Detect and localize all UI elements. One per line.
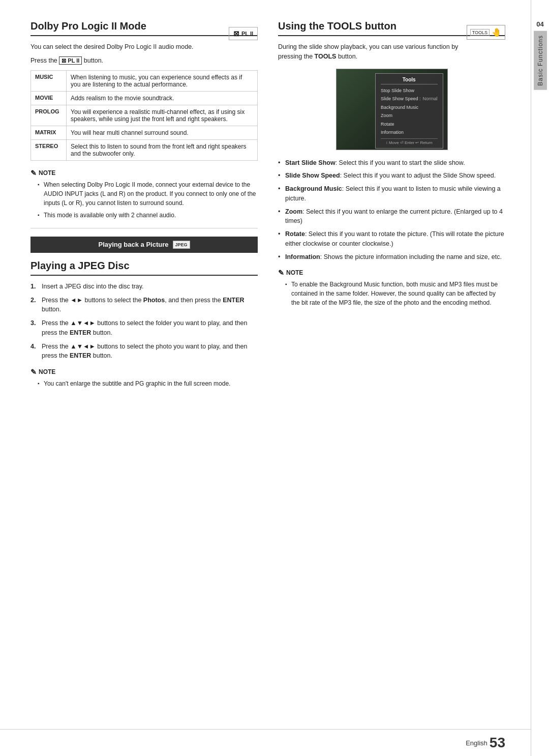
- mode-desc: Adds realism to the movie soundtrack.: [67, 91, 258, 105]
- jpeg-note-list: You can't enlarge the subtitle and PG gr…: [30, 379, 258, 388]
- tools-note-pencil-icon: ✎: [278, 269, 284, 277]
- tools-menu-item: Slide Show Speed :Normal: [381, 95, 438, 103]
- tools-bullet-list: Start Slide Show: Select this if you wan…: [278, 158, 505, 262]
- pl-button-image: ⊠ PL II: [229, 27, 258, 40]
- dolby-intro: You can select the desired Dolby Pro Log…: [30, 42, 258, 52]
- list-item: Zoom: Select this if you want to enlarge…: [278, 207, 505, 226]
- bullet-label: Rotate: [285, 230, 305, 238]
- list-item: Slide Show Speed: Select this if you wan…: [278, 171, 505, 181]
- table-row: MATRIXYou will hear multi channel surrou…: [31, 126, 258, 139]
- banner-text: Playing back a Picture: [98, 241, 168, 248]
- list-item: 2. Press the ◄► buttons to select the Ph…: [30, 296, 258, 315]
- jpeg-note-title: ✎ NOTE: [30, 368, 258, 376]
- chapter-label: Basic Functions: [534, 31, 547, 90]
- table-row: MOVIEAdds realism to the movie soundtrac…: [31, 91, 258, 105]
- dolby-note-title: ✎ NOTE: [30, 169, 258, 177]
- tools-button-image: TOOLS 🤚: [467, 25, 505, 40]
- list-item: 1. Insert a JPEG disc into the disc tray…: [30, 282, 258, 292]
- list-item: 4. Press the ▲▼◄► buttons to select the …: [30, 342, 258, 361]
- section-divider: [30, 228, 258, 228]
- jpeg-note-pencil-icon: ✎: [30, 368, 37, 376]
- tools-note-section: ✎ NOTE To enable the Background Music fu…: [278, 269, 505, 307]
- tools-menu-item: Zoom: [381, 111, 438, 120]
- page-container: Dolby Pro Logic II Mode ⊠ PL II You can …: [0, 0, 549, 756]
- bullet-text: : Select this if you want to start the s…: [336, 159, 465, 166]
- footer-bar: English 53: [0, 729, 531, 756]
- two-col-layout: Dolby Pro Logic II Mode ⊠ PL II You can …: [30, 20, 505, 395]
- tools-note-list: To enable the Background Music function,…: [278, 280, 505, 307]
- mode-desc: You will hear multi channel surround sou…: [67, 126, 258, 139]
- mode-desc: Select this to listen to sound from the …: [67, 139, 258, 160]
- tools-menu-overlay: Tools Stop Slide ShowSlide Show Speed :N…: [375, 73, 443, 149]
- tools-bold-label: TOOLS: [315, 53, 337, 60]
- tools-menu-item: Background Music: [381, 103, 438, 112]
- list-item: To enable the Background Music function,…: [285, 280, 505, 307]
- bullet-text: : Shows the picture information includin…: [320, 253, 502, 260]
- step-number: 1.: [30, 282, 36, 292]
- tools-screenshot: Tools Stop Slide ShowSlide Show Speed :N…: [336, 69, 448, 150]
- list-item: Start Slide Show: Select this if you wan…: [278, 158, 505, 168]
- bullet-label: Background Music: [285, 185, 342, 192]
- jpeg-title: Playing a JPEG Disc: [30, 260, 258, 276]
- mode-table: MUSICWhen listening to music, you can ex…: [30, 70, 258, 161]
- list-item: When selecting Dolby Pro Logic II mode, …: [38, 180, 258, 208]
- table-row: PROLOGYou will experience a realistic mu…: [31, 105, 258, 126]
- right-column: Using the TOOLS button TOOLS 🤚 During th…: [278, 20, 505, 395]
- tools-btn-graphic: TOOLS 🤚: [467, 25, 505, 40]
- bullet-label: Information: [285, 253, 320, 260]
- list-item: Information: Shows the picture informati…: [278, 252, 505, 262]
- pl-label: PL II: [241, 31, 253, 37]
- mode-name: MOVIE: [31, 91, 67, 105]
- playing-back-banner: Playing back a Picture JPEG: [30, 237, 258, 253]
- step-number: 2.: [30, 296, 36, 305]
- tools-label-small: TOOLS: [470, 29, 490, 36]
- table-row: MUSICWhen listening to music, you can ex…: [31, 70, 258, 91]
- note-pencil-icon: ✎: [30, 169, 37, 177]
- left-column: Dolby Pro Logic II Mode ⊠ PL II You can …: [30, 20, 258, 395]
- step-number: 3.: [30, 318, 36, 328]
- list-item: 3. Press the ▲▼◄► buttons to select the …: [30, 318, 258, 338]
- chapter-number: 04: [536, 20, 543, 28]
- bullet-label: Start Slide Show: [285, 159, 336, 166]
- mode-name: STEREO: [31, 139, 67, 160]
- tools-menu-footer: ↕ Move ⏎ Enter ↩ Return: [381, 138, 438, 145]
- side-tab: 04 Basic Functions: [531, 0, 549, 756]
- mode-name: MUSIC: [31, 70, 67, 91]
- tools-menu-item: Rotate: [381, 120, 438, 129]
- footer-page-number: 53: [490, 735, 505, 751]
- tools-intro-text: During the slide show playback, you can …: [278, 42, 505, 62]
- list-item: You can't enlarge the subtitle and PG gr…: [38, 379, 258, 388]
- footer-text: English: [466, 739, 487, 747]
- bullet-label: Zoom: [285, 208, 302, 215]
- dolby-note-list: When selecting Dolby Pro Logic II mode, …: [30, 180, 258, 220]
- list-item: Rotate: Select this if you want to rotat…: [278, 229, 505, 249]
- pl-icon: ⊠: [233, 30, 239, 38]
- mode-desc: When listening to music, you can experie…: [67, 70, 258, 91]
- jpeg-steps-list: 1. Insert a JPEG disc into the disc tray…: [30, 282, 258, 361]
- menu-item-value: Normal: [422, 96, 437, 101]
- table-row: STEREOSelect this to listen to sound fro…: [31, 139, 258, 160]
- bullet-label: Slide Show Speed: [285, 172, 340, 179]
- jpeg-icon: JPEG: [173, 241, 190, 249]
- bullet-text: : Select this if you want to rotate the …: [285, 230, 504, 247]
- tools-menu-item: Stop Slide Show: [381, 86, 438, 95]
- tools-menu-item: Information: [381, 128, 438, 137]
- jpeg-note-section: ✎ NOTE You can't enlarge the subtitle an…: [30, 368, 258, 388]
- mode-desc: You will experience a realistic multi-ch…: [67, 105, 258, 126]
- dolby-title: Dolby Pro Logic II Mode: [30, 20, 258, 36]
- bullet-text: : Select this if you want to enlarge the…: [285, 208, 503, 225]
- tools-menu-items: Stop Slide ShowSlide Show Speed :NormalB…: [381, 86, 438, 137]
- list-item: Background Music: Select this if you wan…: [278, 184, 505, 203]
- mode-name: MATRIX: [31, 126, 67, 139]
- step-number: 4.: [30, 342, 36, 352]
- list-item: This mode is available only with 2 chann…: [38, 211, 258, 220]
- main-content: Dolby Pro Logic II Mode ⊠ PL II You can …: [0, 0, 531, 756]
- dolby-note-section: ✎ NOTE When selecting Dolby Pro Logic II…: [30, 169, 258, 220]
- press-line: Press the ⊠ PL II button.: [30, 57, 258, 64]
- mode-name: PROLOG: [31, 105, 67, 126]
- tools-menu-title: Tools: [381, 77, 438, 84]
- bullet-text: : Select this if you want to adjust the …: [340, 172, 496, 179]
- tools-note-title: ✎ NOTE: [278, 269, 505, 277]
- hand-icon: 🤚: [492, 27, 502, 37]
